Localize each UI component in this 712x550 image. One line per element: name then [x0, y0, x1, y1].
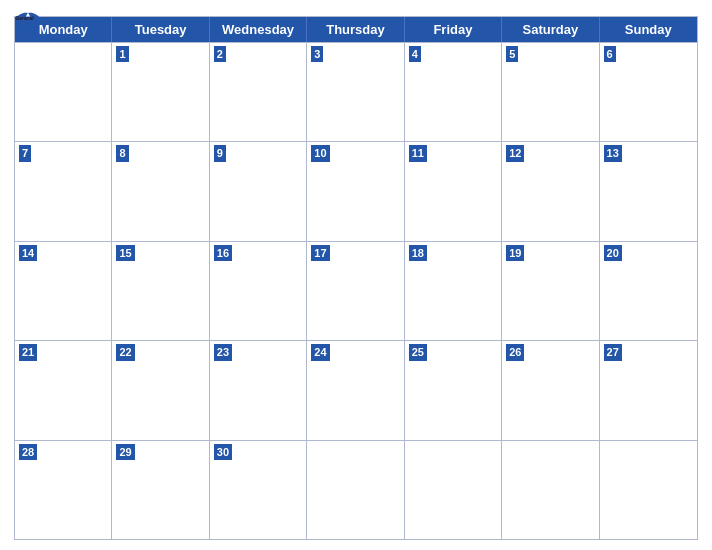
day-number: 6 — [604, 46, 616, 62]
day-cell: 19 — [502, 242, 599, 340]
day-header-friday: Friday — [405, 17, 502, 42]
day-number: 8 — [116, 145, 128, 161]
day-number: 2 — [214, 46, 226, 62]
day-cell — [600, 441, 697, 539]
week-row-4: 21222324252627 — [15, 340, 697, 439]
day-number: 12 — [506, 145, 524, 161]
day-cell: 9 — [210, 142, 307, 240]
svg-text:General: General — [15, 16, 34, 21]
logo: General Blue — [14, 10, 42, 30]
week-row-2: 78910111213 — [15, 141, 697, 240]
day-cell: 30 — [210, 441, 307, 539]
day-number: 30 — [214, 444, 232, 460]
day-cell: 23 — [210, 341, 307, 439]
day-cell: 8 — [112, 142, 209, 240]
day-cell: 5 — [502, 43, 599, 141]
day-cell: 18 — [405, 242, 502, 340]
day-number: 10 — [311, 145, 329, 161]
day-number: 24 — [311, 344, 329, 360]
day-cell: 16 — [210, 242, 307, 340]
day-number: 23 — [214, 344, 232, 360]
day-cell — [405, 441, 502, 539]
day-cell: 28 — [15, 441, 112, 539]
day-header-wednesday: Wednesday — [210, 17, 307, 42]
day-cell: 14 — [15, 242, 112, 340]
day-number: 5 — [506, 46, 518, 62]
calendar-grid: MondayTuesdayWednesdayThursdayFridaySatu… — [14, 16, 698, 540]
day-number: 3 — [311, 46, 323, 62]
day-number: 16 — [214, 245, 232, 261]
day-cell: 2 — [210, 43, 307, 141]
week-row-1: 123456 — [15, 42, 697, 141]
day-cell: 11 — [405, 142, 502, 240]
day-cell: 4 — [405, 43, 502, 141]
day-number: 9 — [214, 145, 226, 161]
day-number: 18 — [409, 245, 427, 261]
day-cell: 6 — [600, 43, 697, 141]
day-cell: 7 — [15, 142, 112, 240]
day-header-sunday: Sunday — [600, 17, 697, 42]
day-cell: 1 — [112, 43, 209, 141]
day-cell: 21 — [15, 341, 112, 439]
day-number: 26 — [506, 344, 524, 360]
day-cell — [15, 43, 112, 141]
day-cell — [502, 441, 599, 539]
week-row-3: 14151617181920 — [15, 241, 697, 340]
calendar-page: General Blue MondayTuesdayWednesdayThurs… — [0, 0, 712, 550]
day-number: 11 — [409, 145, 427, 161]
day-header-tuesday: Tuesday — [112, 17, 209, 42]
day-number: 22 — [116, 344, 134, 360]
day-cell — [307, 441, 404, 539]
day-cell: 22 — [112, 341, 209, 439]
day-cell: 13 — [600, 142, 697, 240]
day-cell: 27 — [600, 341, 697, 439]
day-number: 21 — [19, 344, 37, 360]
day-header-saturday: Saturday — [502, 17, 599, 42]
logo-bird-icon: General Blue — [14, 10, 42, 30]
day-cell: 12 — [502, 142, 599, 240]
day-number: 13 — [604, 145, 622, 161]
day-number: 14 — [19, 245, 37, 261]
day-cell: 26 — [502, 341, 599, 439]
day-number: 17 — [311, 245, 329, 261]
day-number: 28 — [19, 444, 37, 460]
day-number: 1 — [116, 46, 128, 62]
day-number: 19 — [506, 245, 524, 261]
day-cell: 17 — [307, 242, 404, 340]
day-cell: 20 — [600, 242, 697, 340]
day-cell: 29 — [112, 441, 209, 539]
week-row-5: 282930 — [15, 440, 697, 539]
day-number: 29 — [116, 444, 134, 460]
weeks-container: 1234567891011121314151617181920212223242… — [15, 42, 697, 539]
day-cell: 25 — [405, 341, 502, 439]
day-cell: 3 — [307, 43, 404, 141]
day-number: 4 — [409, 46, 421, 62]
day-header-thursday: Thursday — [307, 17, 404, 42]
day-number: 27 — [604, 344, 622, 360]
svg-text:Blue: Blue — [15, 22, 26, 27]
day-number: 15 — [116, 245, 134, 261]
day-cell: 24 — [307, 341, 404, 439]
day-number: 20 — [604, 245, 622, 261]
day-number: 7 — [19, 145, 31, 161]
day-cell: 15 — [112, 242, 209, 340]
day-cell: 10 — [307, 142, 404, 240]
day-headers-row: MondayTuesdayWednesdayThursdayFridaySatu… — [15, 17, 697, 42]
day-number: 25 — [409, 344, 427, 360]
